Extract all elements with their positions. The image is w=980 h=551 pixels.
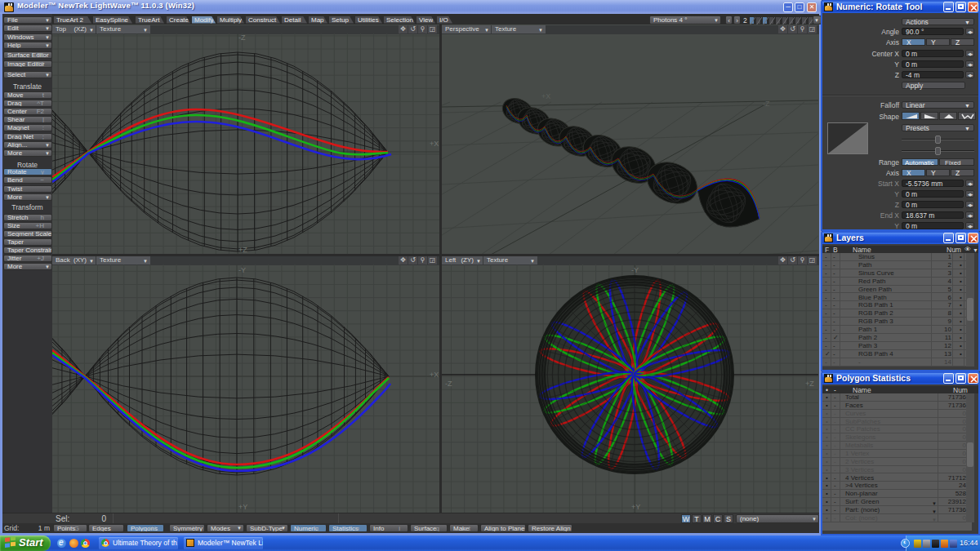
svg-text:+X: +X bbox=[430, 371, 439, 379]
svg-text:-Z: -Z bbox=[445, 380, 452, 388]
svg-text:-Y: -Y bbox=[238, 266, 246, 274]
svg-text:+Y: +Y bbox=[238, 503, 247, 511]
svg-text:+Z: +Z bbox=[238, 246, 247, 254]
svg-text:+X: +X bbox=[541, 92, 550, 100]
svg-text:-Z: -Z bbox=[238, 33, 246, 42]
svg-text:-Y: -Y bbox=[631, 266, 639, 274]
svg-text:+Y: +Y bbox=[631, 503, 640, 511]
svg-text:+X: +X bbox=[430, 140, 439, 148]
svg-text:+Z: +Z bbox=[805, 380, 814, 388]
svg-text:-Z: -Z bbox=[763, 100, 770, 108]
